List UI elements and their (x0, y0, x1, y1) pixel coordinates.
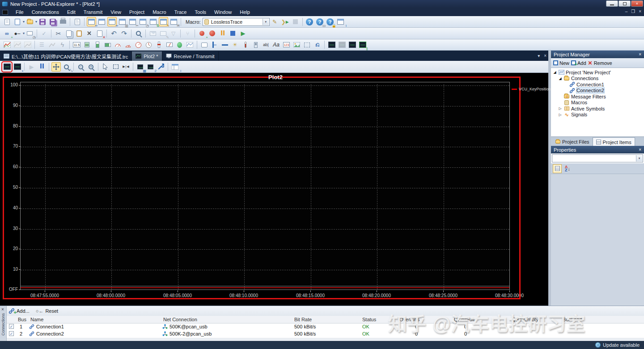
connections-panel-close-icon[interactable]: × (1, 307, 4, 312)
reset-button[interactable]: Reset (45, 308, 58, 314)
find-icon[interactable] (134, 29, 143, 38)
info-window-icon[interactable]: i (336, 17, 345, 26)
plot-play-icon[interactable]: ▶ (27, 62, 36, 72)
analog-meter-icon[interactable] (165, 40, 174, 50)
col-bus[interactable]: Bus (18, 317, 26, 322)
link-window-icon[interactable]: ∞ (107, 17, 117, 26)
zoom-out-icon[interactable]: − (76, 62, 85, 72)
menu-window[interactable]: Window (210, 8, 236, 16)
lightning-icon[interactable]: ϟ (58, 40, 67, 50)
open-icon[interactable] (25, 17, 34, 26)
col-busload[interactable]: BusLoad (563, 317, 582, 322)
properties-close-icon[interactable]: × (639, 147, 641, 152)
close-button[interactable]: × (631, 0, 643, 7)
connections-window-icon[interactable]: ∞ (87, 17, 96, 26)
minimize-button[interactable] (606, 0, 618, 7)
macro-editor-window-icon[interactable]: ✎ (159, 17, 168, 26)
bus-node-dropdown-icon[interactable]: ▾ (23, 31, 25, 35)
new-message-icon[interactable] (148, 29, 157, 38)
menu-help[interactable]: Help (236, 8, 254, 16)
menu-connections[interactable]: Connections (28, 8, 63, 16)
menu-tools[interactable]: Tools (191, 8, 210, 16)
new-trace-icon[interactable] (2, 17, 12, 26)
menu-file[interactable]: File (12, 8, 28, 16)
remove-button[interactable]: ✕Remove (588, 60, 612, 66)
menu-project[interactable]: Project (125, 8, 148, 16)
menu-transmit[interactable]: Transmit (80, 8, 106, 16)
textbox-icon[interactable]: ab| (261, 40, 271, 50)
image-icon[interactable] (292, 40, 301, 50)
properties-dropdown-icon[interactable]: ▾ (636, 155, 642, 162)
menu-macro[interactable]: Macro (148, 8, 170, 16)
new-dropdown-icon[interactable]: ▾ (23, 20, 25, 24)
chart-edit-icon[interactable] (47, 40, 57, 50)
plot-properties-icon[interactable]: i (170, 62, 180, 72)
trace-plot2-icon[interactable] (347, 40, 357, 50)
tab-project-items[interactable]: Project Items (593, 137, 635, 146)
col-bit-rate[interactable]: Bit Rate (294, 317, 312, 322)
sort-alphabetical-icon[interactable]: AZ ↓ (563, 164, 572, 173)
col-name[interactable]: Name (30, 317, 43, 322)
edit-message-icon[interactable]: ✎ (158, 29, 168, 38)
line-chart-icon[interactable] (2, 40, 12, 50)
save-all-icon[interactable] (48, 17, 57, 26)
snippet-window-icon[interactable]: ✂ (128, 17, 137, 26)
menu-trace[interactable]: Trace (170, 8, 191, 16)
connector-icon[interactable]: ⎌ (313, 40, 322, 50)
tab-project-files[interactable]: Project Files (552, 137, 593, 146)
vertical-bar-icon[interactable] (93, 40, 102, 50)
macro-edit-icon[interactable]: ✎ (270, 17, 280, 26)
col-qxmtfull[interactable]: QXmtFull (454, 317, 475, 322)
undo-icon[interactable]: ↶ (109, 29, 119, 38)
scope-icon[interactable] (185, 40, 195, 50)
commit-icon[interactable]: ✓ (39, 29, 49, 38)
add-connection-button[interactable]: Add... (17, 308, 30, 314)
record-add-icon[interactable]: + (197, 29, 207, 38)
trace-export-icon[interactable]: ↥ (358, 40, 367, 50)
tree-item-connection1[interactable]: Connection1 (551, 81, 644, 88)
symbols-window-icon[interactable]: ⇅ (148, 17, 158, 26)
history-window-icon[interactable]: ◷ (138, 17, 148, 26)
tree-item-message-filters[interactable]: ▽ Message Filters (551, 94, 644, 100)
switch-icon[interactable] (251, 40, 260, 50)
number-icon[interactable]: 123 (282, 40, 291, 50)
update-available-link[interactable]: Update available (603, 342, 640, 348)
numeric-display-icon[interactable]: 11.5 (72, 40, 81, 50)
delete-icon[interactable]: ✕ (85, 29, 94, 38)
gauge-half-icon[interactable] (113, 40, 123, 50)
help-icon[interactable]: ? (305, 17, 314, 26)
message-filter-icon[interactable]: ▽ (169, 29, 178, 38)
panel-icon[interactable] (199, 40, 209, 50)
pan-icon[interactable] (51, 62, 61, 72)
watch-window-icon[interactable]: ▥ (118, 17, 127, 26)
tree-item-connection2[interactable]: Connection2 (551, 88, 644, 94)
document-icon[interactable] (2, 10, 8, 15)
led-icon[interactable] (175, 40, 184, 50)
add-button[interactable]: +Add (571, 60, 586, 66)
col-net-connection[interactable]: Net Connection (163, 317, 197, 322)
lamp-icon[interactable]: ☀ (230, 40, 240, 50)
copy-icon[interactable] (64, 29, 73, 38)
tab-plot2[interactable]: Plot2 * (132, 51, 162, 61)
cut-icon[interactable]: ✂ (54, 29, 63, 38)
select-rect-icon[interactable] (111, 62, 120, 72)
bus-node-icon[interactable]: ●– (13, 29, 22, 38)
wrench-icon[interactable] (156, 62, 165, 72)
collapse-icon[interactable]: ◢ (558, 77, 562, 81)
plot-canvas[interactable]: 100 90 80 70 60 50 40 30 20 10 OFF 08:47… (0, 73, 551, 306)
zoom-in-icon[interactable]: + (86, 62, 96, 72)
new-button[interactable]: New (553, 60, 569, 66)
lcd-display-icon[interactable]: 88 (82, 40, 92, 50)
thermometer-icon[interactable] (241, 40, 250, 50)
stop-icon[interactable] (228, 29, 237, 38)
tree-item-macros[interactable]: Macros (551, 100, 644, 106)
tab-receive-transmit[interactable]: Receive / Transmit (162, 51, 219, 61)
trace-plot-gray-icon[interactable] (337, 40, 347, 50)
col-qrcvempty[interactable]: QRcvEmpty (512, 317, 538, 322)
tree-item-signals[interactable]: ▷ ∿ Signals (551, 112, 644, 118)
message-timer-icon[interactable]: ◷ (25, 29, 34, 38)
gauge-round-icon[interactable] (134, 40, 143, 50)
play-icon[interactable]: ▶ (238, 29, 248, 38)
tree-item-connections[interactable]: ◢ Connections (551, 76, 644, 82)
connection-row-2[interactable]: ✓ 2 Connection2 500K-2@pcan_usb 500 kBit… (7, 331, 644, 338)
